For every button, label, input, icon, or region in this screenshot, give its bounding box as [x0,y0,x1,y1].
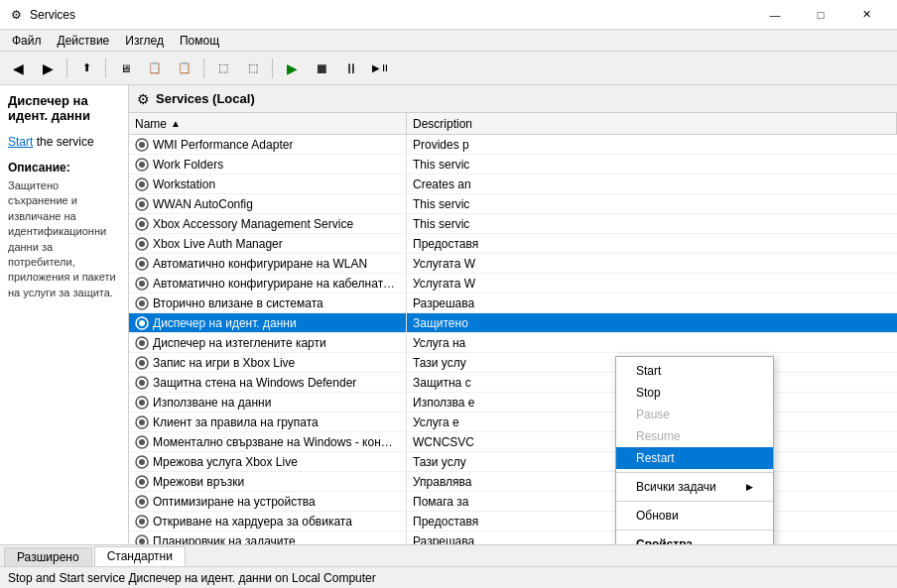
service-icon [135,138,149,152]
table-row[interactable]: Моментално свързване на Windows - конфиг… [129,432,897,452]
service-name-cell: Автоматично конфигуриране на WLAN [129,254,407,273]
maximize-button[interactable]: □ [798,0,843,30]
minimize-button[interactable]: — [752,0,798,30]
table-row[interactable]: Мрежови връзкиУправлява [129,472,897,492]
menu-view[interactable]: Изглед [117,32,172,50]
table-row[interactable]: Вторично влизане в систематаРазрешава [129,294,897,313]
toolbar-forward[interactable]: ▶ [34,56,62,81]
service-icon [135,257,149,271]
services-table: Name ▲ Description WMI Performance Adapt… [129,113,897,544]
table-row[interactable]: Планировчик на задачитеРазрешава [129,531,897,544]
service-icon [135,158,149,172]
toolbar-btn4[interactable]: ⬚ [209,56,237,81]
table-row[interactable]: WWAN AutoConfigThis servic [129,194,897,214]
table-body[interactable]: WMI Performance AdapterProvides pWork Fo… [129,135,897,544]
table-row[interactable]: Xbox Accessory Management ServiceThis se… [129,214,897,234]
context-menu-item-5[interactable]: Всички задачи▶ [616,476,773,498]
table-row[interactable]: Запис на игри в Xbox LiveТази услу [129,353,897,373]
context-menu-separator [616,501,773,502]
context-menu-item-1[interactable]: Stop [616,382,773,404]
service-icon [135,534,149,545]
table-row[interactable]: Диспечер на изтеглените картиУслуга на [129,333,897,353]
service-name-cell: Мрежова услуга Xbox Live [129,452,407,471]
table-row[interactable]: Work FoldersThis servic [129,155,897,175]
menu-action[interactable]: Действие [50,32,118,50]
th-name[interactable]: Name ▲ [129,113,407,134]
bottom-tabs: РазширеноСтандартни [0,544,897,566]
toolbar-play[interactable]: ▶ [278,56,306,81]
menu-help[interactable]: Помощ [172,32,227,50]
service-name: Диспечер на идент. данни [153,316,297,330]
service-name-cell: Мрежови връзки [129,472,407,491]
service-name-cell: Моментално свързване на Windows - конфиг… [129,432,407,451]
svg-point-35 [139,479,145,485]
toolbar-btn2[interactable]: 📋 [141,56,169,81]
svg-point-15 [139,281,145,287]
toolbar-restart[interactable]: ▶⏸ [367,56,395,81]
table-row[interactable]: Клиент за правила на групатаУслуга е [129,412,897,432]
context-menu-separator [616,472,773,473]
table-header: Name ▲ Description [129,113,897,135]
toolbar-back[interactable]: ◀ [4,56,32,81]
toolbar-sep-3 [203,59,204,78]
service-desc-cell: Защитено [407,313,897,332]
services-header-title: Services (Local) [156,91,255,106]
service-name-cell: Автоматично конфигуриране на кабелната м… [129,274,407,293]
table-row[interactable]: Автоматично конфигуриране на кабелната м… [129,274,897,294]
service-name: Планировчик на задачите [153,534,296,545]
service-desc-cell: Provides p [407,135,897,154]
context-menu-item-4[interactable]: Restart [616,447,773,469]
table-row[interactable]: Защитна стена на Windows DefenderЗащитна… [129,373,897,393]
svg-point-23 [139,360,145,366]
toolbar-stop[interactable]: ⏹ [308,56,335,81]
start-service-link[interactable]: Start [8,135,33,149]
svg-point-39 [139,519,145,525]
table-row[interactable]: Диспечер на идент. данниЗащитено [129,313,897,333]
table-row[interactable]: Оптимизиране на устройстваПомага за [129,492,897,512]
tab-1[interactable]: Стандартни [94,546,186,566]
app-icon: ⚙ [8,7,24,23]
toolbar-btn5[interactable]: ⬚ [239,56,267,81]
toolbar-pause[interactable]: ⏸ [337,56,365,81]
service-name: Моментално свързване на Windows - конфиг… [153,435,400,449]
table-row[interactable]: WMI Performance AdapterProvides p [129,135,897,155]
service-icon [135,396,149,410]
service-name-cell: Откриване на хардуера за обвиката [129,512,407,530]
table-row[interactable]: Използване на данниИзползва е [129,393,897,412]
service-desc-cell: This servic [407,214,897,233]
toolbar-btn3[interactable]: 📋 [171,56,198,81]
svg-point-41 [139,538,145,544]
context-menu: StartStopPauseResumeRestartВсички задачи… [615,356,774,544]
svg-point-33 [139,459,145,465]
th-desc[interactable]: Description [407,113,897,134]
service-icon [135,177,149,191]
service-name: Автоматично конфигуриране на WLAN [153,257,367,271]
service-name-cell: WWAN AutoConfig [129,194,407,213]
toolbar-up[interactable]: ⬆ [72,56,100,81]
service-name-cell: Work Folders [129,155,407,174]
menu-bar: Файл Действие Изглед Помощ [0,30,897,52]
service-icon [135,455,149,469]
table-row[interactable]: Мрежова услуга Xbox LiveТази услу [129,452,897,472]
service-name: Xbox Accessory Management Service [153,217,353,231]
context-menu-item-0[interactable]: Start [616,360,773,382]
toolbar-show-hide[interactable]: 🖥 [111,56,139,81]
service-name-cell: Оптимизиране на устройства [129,492,407,511]
svg-point-31 [139,439,145,445]
service-icon [135,415,149,429]
svg-point-9 [139,221,145,227]
service-name: Xbox Live Auth Manager [153,237,283,251]
table-row[interactable]: WorkstationCreates an [129,175,897,194]
table-row[interactable]: Откриване на хардуера за обвикатаПредост… [129,512,897,531]
table-row[interactable]: Автоматично конфигуриране на WLANУслугат… [129,254,897,274]
table-row[interactable]: Xbox Live Auth ManagerПредоставя [129,234,897,254]
title-bar-title: Services [30,8,75,22]
link-suffix: the service [33,135,93,149]
close-button[interactable]: ✕ [843,0,889,30]
context-menu-item-7[interactable]: Свойства [616,533,773,544]
tab-0[interactable]: Разширено [4,547,92,566]
service-desc-cell: Услуга на [407,333,897,352]
context-menu-item-6[interactable]: Обнови [616,505,773,527]
menu-file[interactable]: Файл [4,32,50,50]
service-desc-cell: Разрешава [407,294,897,312]
